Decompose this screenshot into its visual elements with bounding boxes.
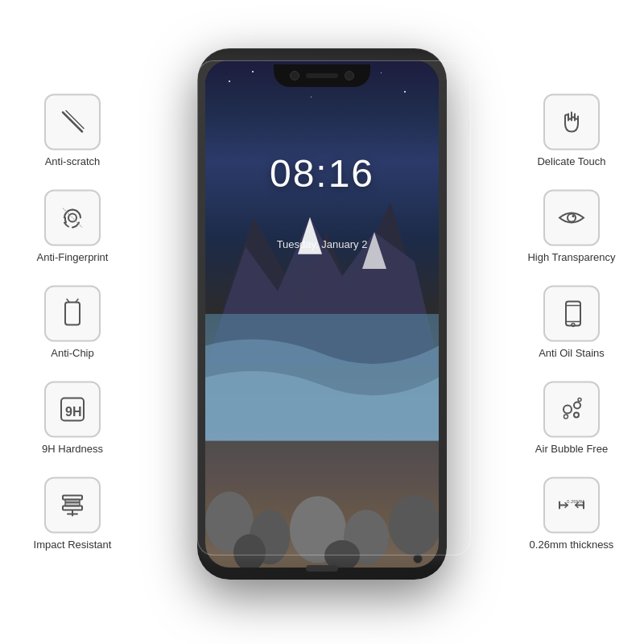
thickness-label: 0.26mm thickness [530, 539, 614, 551]
bubbles-icon [555, 394, 588, 426]
anti-fingerprint-icon-box [44, 190, 101, 246]
camera-dot-right [345, 71, 354, 80]
home-button [306, 565, 338, 572]
phone-notch [274, 64, 370, 87]
impact-resistant-label: Impact Resistant [34, 539, 112, 551]
phone-wrapper: 08:16 Tuesday, January 2 [193, 48, 451, 596]
right-features: Delicate Touch High Transparency [507, 94, 636, 551]
phone-outline-icon [555, 298, 588, 330]
anti-oil-stains-label: Anti Oil Stains [539, 347, 605, 359]
svg-point-37 [578, 398, 581, 402]
feature-9h-hardness: 9H 9H Hardness [8, 382, 137, 455]
high-transparency-label: High Transparency [527, 251, 615, 263]
screen-date: Tuesday, January 2 [277, 238, 368, 250]
speaker-slit [306, 73, 338, 78]
anti-chip-icon-box [44, 286, 101, 342]
anti-scratch-label: Anti-scratch [45, 155, 101, 167]
9h-icon: 9H [56, 394, 89, 426]
impact-icon [56, 489, 89, 522]
impact-resistant-icon-box [44, 477, 101, 534]
delicate-touch-icon-box [543, 94, 600, 151]
anti-fingerprint-label: Anti-Fingerprint [37, 251, 109, 263]
feature-anti-scratch: Anti-scratch [8, 94, 137, 167]
chip-icon [56, 298, 89, 330]
bottom-camera [413, 554, 423, 564]
scratch-icon [56, 106, 89, 138]
fingerprint-icon [56, 202, 89, 234]
svg-text:0.26MM: 0.26MM [567, 499, 584, 504]
screen-background: 08:16 Tuesday, January 2 [205, 60, 439, 568]
air-bubble-free-label: Air Bubble Free [535, 443, 608, 455]
feature-air-bubble-free: Air Bubble Free [507, 382, 636, 455]
svg-point-33 [564, 406, 572, 414]
feature-delicate-touch: Delicate Touch [507, 94, 636, 167]
svg-point-24 [389, 494, 439, 555]
feature-thickness: 0.26MM 0.26mm thickness [507, 477, 636, 551]
anti-oil-stains-icon-box [543, 286, 600, 342]
feature-high-transparency: High Transparency [507, 190, 636, 263]
svg-point-35 [574, 413, 579, 418]
phone-screen: 08:16 Tuesday, January 2 [205, 60, 439, 568]
high-transparency-icon-box [543, 190, 600, 246]
feature-impact-resistant: Impact Resistant [8, 477, 137, 551]
touch-icon [555, 106, 588, 138]
air-bubble-free-icon-box [543, 382, 600, 438]
left-features: Anti-scratch Anti-Fingerprint [8, 94, 137, 551]
feature-anti-oil-stains: Anti Oil Stains [507, 286, 636, 359]
svg-text:9H: 9H [65, 405, 81, 419]
svg-point-36 [564, 415, 568, 419]
thickness-icon-box: 0.26MM [543, 477, 600, 534]
9h-hardness-icon-box: 9H [44, 382, 101, 438]
delicate-touch-label: Delicate Touch [537, 155, 605, 167]
svg-rect-4 [65, 303, 80, 325]
anti-scratch-icon-box [44, 94, 101, 151]
eye-icon [555, 202, 588, 234]
feature-anti-chip: Anti-Chip [8, 286, 137, 359]
anti-chip-label: Anti-Chip [51, 347, 93, 359]
screen-time: 08:16 [270, 151, 374, 196]
svg-line-0 [63, 113, 82, 132]
svg-rect-12 [63, 506, 82, 510]
svg-point-28 [572, 215, 575, 217]
camera-dot-left [290, 71, 299, 80]
phone-body: 08:16 Tuesday, January 2 [197, 48, 447, 580]
rocks-svg [205, 415, 439, 568]
feature-anti-fingerprint: Anti-Fingerprint [8, 190, 137, 263]
main-container: Anti-scratch Anti-Fingerprint [0, 0, 644, 644]
9h-hardness-label: 9H Hardness [42, 443, 103, 455]
svg-point-34 [574, 402, 580, 409]
thickness-icon: 0.26MM [555, 489, 588, 522]
svg-point-27 [568, 214, 576, 222]
